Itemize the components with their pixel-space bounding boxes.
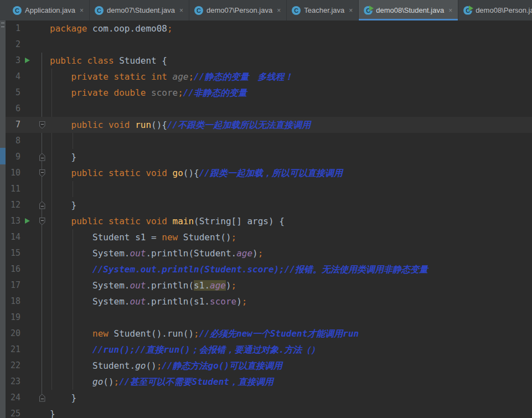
fold-icon[interactable] <box>34 165 50 181</box>
line-number[interactable]: 24 <box>6 390 22 406</box>
code-text[interactable] <box>50 181 532 197</box>
fold-spacer <box>34 293 50 309</box>
line-number[interactable]: 11 <box>6 181 22 197</box>
fold-spacer <box>34 406 50 418</box>
fold-icon[interactable] <box>34 149 50 165</box>
tab-label: demo08\Person.java <box>476 6 532 14</box>
tab-label: Application.java <box>25 6 75 14</box>
fold-spacer <box>34 37 50 53</box>
code-line: 25} <box>6 406 532 418</box>
line-number[interactable]: 4 <box>6 69 22 85</box>
code-text[interactable]: Student s1 = new Student(); <box>50 229 532 245</box>
line-number[interactable]: 2 <box>6 37 22 53</box>
gutter-spacer <box>22 101 34 117</box>
code-line: 24 } <box>6 390 532 406</box>
line-number[interactable]: 1 <box>6 20 22 37</box>
code-text[interactable]: //run();//直接run()；会报错，要通过对象.方法（） <box>50 342 532 358</box>
line-number[interactable]: 8 <box>6 133 22 149</box>
code-line: 6 <box>6 101 532 117</box>
tab[interactable]: CApplication.java× <box>8 0 90 20</box>
fold-spacer <box>34 261 50 277</box>
line-number[interactable]: 7 <box>6 117 22 133</box>
code-text[interactable]: private static int age;//静态的变量 多线程！ <box>50 69 532 85</box>
code-text[interactable] <box>50 37 532 53</box>
code-line: 20 new Student().run();//必须先new一个Student… <box>6 326 532 342</box>
code-text[interactable] <box>50 133 532 149</box>
fold-spacer <box>34 245 50 261</box>
close-icon[interactable]: × <box>79 7 84 14</box>
tab[interactable]: Cdemo07\Student.java× <box>90 0 189 20</box>
fold-icon[interactable] <box>34 197 50 213</box>
code-text[interactable] <box>50 309 532 326</box>
code-text[interactable]: public void run(){//不跟类一起加载所以无法直接调用 <box>50 117 532 133</box>
code-text[interactable]: } <box>50 390 532 406</box>
fold-icon[interactable] <box>34 117 50 133</box>
code-line: 22 Student.go();//静态方法go()可以直接调用 <box>6 358 532 374</box>
line-number[interactable]: 16 <box>6 261 22 277</box>
code-text[interactable]: public class Student { <box>50 53 532 69</box>
code-text[interactable]: package com.oop.demo08; <box>50 20 532 37</box>
code-line: 15 System.out.println(Student.age); <box>6 245 532 261</box>
line-number[interactable]: 22 <box>6 358 22 374</box>
run-icon[interactable] <box>22 53 34 69</box>
line-number[interactable]: 12 <box>6 197 22 213</box>
run-icon[interactable] <box>22 213 34 229</box>
fold-icon[interactable] <box>34 213 50 229</box>
line-number[interactable]: 14 <box>6 229 22 245</box>
code-text[interactable] <box>50 101 532 117</box>
close-icon[interactable]: × <box>348 7 353 14</box>
line-number[interactable]: 25 <box>6 406 22 418</box>
gutter-spacer <box>22 309 34 326</box>
code-line: 7 public void run(){//不跟类一起加载所以无法直接调用 <box>6 117 532 133</box>
java-class-icon: C <box>95 6 104 15</box>
tab[interactable]: CTeacher.java× <box>287 0 359 20</box>
code-line: 1package com.oop.demo08; <box>6 20 532 37</box>
code-text[interactable]: System.out.println(s1.age); <box>50 277 532 293</box>
line-number[interactable]: 3 <box>6 53 22 69</box>
code-line: 14 Student s1 = new Student(); <box>6 229 532 245</box>
code-line: 11 <box>6 181 532 197</box>
line-number[interactable]: 20 <box>6 326 22 342</box>
code-text[interactable]: } <box>50 149 532 165</box>
code-line: 18 System.out.println(s1.score); <box>6 293 532 309</box>
gutter-spacer <box>22 197 34 213</box>
code-text[interactable]: System.out.println(s1.score); <box>50 293 532 309</box>
line-number[interactable]: 19 <box>6 309 22 326</box>
code-text[interactable]: go();//甚至可以不需要Student，直接调用 <box>50 374 532 390</box>
gutter-spacer <box>22 133 34 149</box>
tab[interactable]: Cdemo08\Student.java× <box>359 0 458 20</box>
tool-window-button[interactable] <box>0 148 6 164</box>
tab[interactable]: Cdemo07\Person.java× <box>189 0 287 20</box>
code-text[interactable]: } <box>50 406 532 418</box>
fold-icon[interactable] <box>34 390 50 406</box>
line-number[interactable]: 15 <box>6 245 22 261</box>
code-text[interactable]: private double score;//非静态的变量 <box>50 85 532 101</box>
stripe-icon <box>1 23 4 27</box>
close-icon[interactable]: × <box>276 7 281 14</box>
code-text[interactable]: Student.go();//静态方法go()可以直接调用 <box>50 358 532 374</box>
line-number[interactable]: 18 <box>6 293 22 309</box>
line-number[interactable]: 6 <box>6 101 22 117</box>
line-number[interactable]: 23 <box>6 374 22 390</box>
tab-label: demo08\Student.java <box>376 6 444 14</box>
fold-spacer <box>34 85 50 101</box>
code-line: 23 go();//甚至可以不需要Student，直接调用 <box>6 374 532 390</box>
code-text[interactable]: public static void main(String[] args) { <box>50 213 532 229</box>
gutter-spacer <box>22 37 34 53</box>
code-text[interactable]: } <box>50 197 532 213</box>
line-number[interactable]: 10 <box>6 165 22 181</box>
line-number[interactable]: 13 <box>6 213 22 229</box>
line-number[interactable]: 9 <box>6 149 22 165</box>
close-icon[interactable]: × <box>447 7 452 14</box>
code-text[interactable]: //System.out.println(Student.score);//报错… <box>50 261 532 277</box>
code-line: 13 public static void main(String[] args… <box>6 213 532 229</box>
code-text[interactable]: new Student().run();//必须先new一个Student才能调… <box>50 326 532 342</box>
close-icon[interactable]: × <box>178 7 183 14</box>
code-text[interactable]: public static void go(){//跟类一起加载，所以可以直接调… <box>50 165 532 181</box>
line-number[interactable]: 21 <box>6 342 22 358</box>
line-number[interactable]: 5 <box>6 85 22 101</box>
code-line: 21 //run();//直接run()；会报错，要通过对象.方法（） <box>6 342 532 358</box>
code-text[interactable]: System.out.println(Student.age); <box>50 245 532 261</box>
tab[interactable]: Cdemo08\Person.java× <box>458 0 532 20</box>
line-number[interactable]: 17 <box>6 277 22 293</box>
